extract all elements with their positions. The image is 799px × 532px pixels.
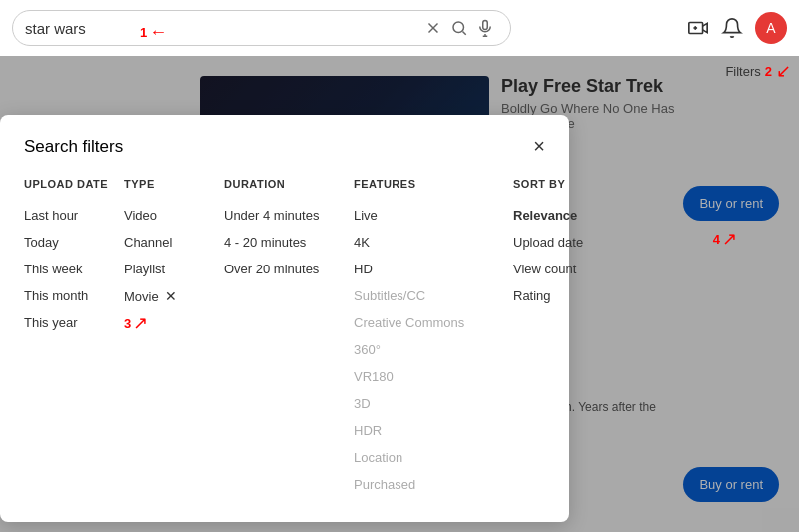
- remove-movie-filter-button[interactable]: ✕: [165, 288, 177, 304]
- modal-header: Search filters ×: [24, 135, 545, 158]
- filter-movie[interactable]: Movie ✕: [124, 282, 224, 310]
- annotation-2-num: 2: [765, 64, 772, 79]
- search-input[interactable]: [25, 20, 420, 37]
- filter-location: Location: [354, 444, 513, 471]
- filter-live[interactable]: Live: [354, 202, 513, 229]
- annotation-4-arrow: ↗: [722, 228, 737, 250]
- filters-label[interactable]: Filters: [725, 64, 760, 79]
- top-right-icons: A: [687, 12, 787, 44]
- annotation-4: 4 ↗: [713, 228, 737, 250]
- filter-playlist[interactable]: Playlist: [124, 256, 224, 282]
- filter-this-year[interactable]: This year: [24, 309, 124, 336]
- filter-purchased: Purchased: [354, 471, 513, 498]
- filter-col-duration: DURATION Under 4 minutes 4 - 20 minutes …: [224, 178, 354, 498]
- type-header: TYPE: [124, 178, 224, 190]
- avatar[interactable]: A: [755, 12, 787, 44]
- svg-point-2: [453, 22, 464, 33]
- notifications-button[interactable]: [721, 17, 743, 39]
- filter-col-upload-date: UPLOAD DATE Last hour Today This week Th…: [24, 178, 124, 498]
- sort-by-header: SORT BY: [513, 178, 633, 190]
- filter-upload-date[interactable]: Upload date: [513, 229, 633, 256]
- svg-rect-4: [483, 21, 488, 30]
- search-button[interactable]: [446, 15, 472, 41]
- search-filters-modal: Search filters × UPLOAD DATE Last hour T…: [0, 115, 569, 522]
- search-container: [12, 10, 511, 46]
- filter-vr180: VR180: [354, 363, 513, 390]
- filter-this-month[interactable]: This month: [24, 282, 124, 309]
- features-header: FEATURES: [354, 178, 513, 190]
- modal-title: Search filters: [24, 137, 123, 157]
- modal-close-button[interactable]: ×: [533, 135, 545, 158]
- top-bar: A: [0, 0, 799, 56]
- video-add-button[interactable]: [687, 17, 709, 39]
- filter-col-sort-by: SORT BY Relevance Upload date View count…: [513, 178, 633, 498]
- mic-button[interactable]: [472, 15, 498, 41]
- svg-line-3: [462, 31, 465, 34]
- filter-channel[interactable]: Channel: [124, 229, 224, 256]
- duration-header: DURATION: [224, 178, 354, 190]
- filter-creative-commons: Creative Commons: [354, 309, 513, 336]
- filter-today[interactable]: Today: [24, 229, 124, 256]
- filter-col-features: FEATURES Live 4K HD Subtitles/CC Creativ…: [354, 178, 513, 498]
- filter-movie-label: Movie: [124, 289, 159, 304]
- filter-hd[interactable]: HD: [354, 256, 513, 282]
- clear-search-button[interactable]: [420, 15, 446, 41]
- filter-4k[interactable]: 4K: [354, 229, 513, 256]
- filter-hdr: HDR: [354, 417, 513, 444]
- filter-rating[interactable]: Rating: [513, 282, 633, 309]
- filter-over-20[interactable]: Over 20 minutes: [224, 256, 354, 282]
- filter-under-4[interactable]: Under 4 minutes: [224, 202, 354, 229]
- filter-3d: 3D: [354, 390, 513, 417]
- annotation-1: 1 ←: [140, 22, 167, 43]
- filter-subtitles: Subtitles/CC: [354, 282, 513, 309]
- annotation-4-num: 4: [713, 232, 720, 247]
- filter-this-week[interactable]: This week: [24, 256, 124, 282]
- filter-col-type: TYPE Video Channel Playlist Movie ✕ 3 ↗: [124, 178, 224, 498]
- upload-date-header: UPLOAD DATE: [24, 178, 124, 190]
- annotation-3: 3 ↗: [124, 312, 224, 334]
- filter-view-count[interactable]: View count: [513, 256, 633, 282]
- filter-4-20[interactable]: 4 - 20 minutes: [224, 229, 354, 256]
- filters-area: Filters 2 ↙: [725, 60, 791, 82]
- filter-grid: UPLOAD DATE Last hour Today This week Th…: [24, 178, 545, 498]
- annotation-2-arrow: ↙: [776, 60, 791, 82]
- filter-last-hour[interactable]: Last hour: [24, 202, 124, 229]
- filter-relevance[interactable]: Relevance: [513, 202, 633, 229]
- filter-360: 360°: [354, 336, 513, 363]
- filter-video[interactable]: Video: [124, 202, 224, 229]
